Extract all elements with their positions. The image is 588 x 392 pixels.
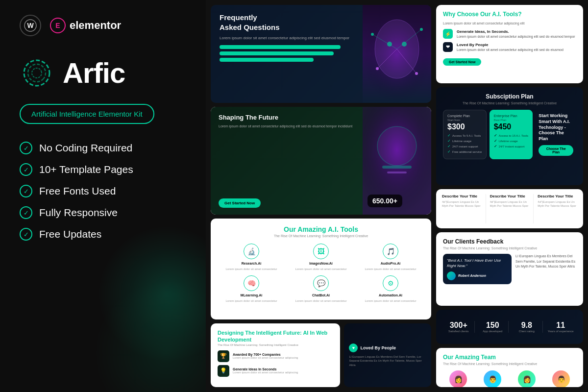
svg-point-14 (420, 28, 423, 31)
team-subtitle: The Rise Of Machine Learning: Something … (443, 362, 576, 366)
describe-col-1-title: Describe Your Title (442, 194, 482, 198)
tool-chatbot-desc: Lorem ipsum dolor sit amet consectetur (295, 299, 346, 303)
tool-research-name: Research.Ai (242, 262, 261, 265)
tool-images: 🖼 ImagesNow.Ai Lorem ipsum dolor sit ame… (288, 244, 354, 271)
why-item-1: ⚡ Generate Ideas, In Seconds. Lorem ipsu… (443, 29, 576, 39)
shaping-cta-button[interactable]: Get Started Now (219, 198, 261, 208)
sub-title: Subsciption Plan (443, 93, 576, 100)
check-icon-3: ✓ (20, 185, 32, 197)
why-card: Why Choose Our A.I. Tools? Lorem ipsum d… (436, 5, 583, 83)
stat-years-number: 11 (548, 321, 574, 330)
designing-main: Designing The Intelligent Future: AI In … (211, 323, 340, 387)
brand-section: Arfic (20, 56, 186, 90)
sub-choose-plan-button[interactable]: Choose The Plan (539, 145, 573, 156)
ai-tools-card: Our Amazing A.I. Tools The Rise Of Machi… (211, 219, 431, 319)
member-avatar-3: 👩 (518, 370, 536, 387)
left-panel: W E elementor Arfic Artificial I (0, 0, 206, 392)
tool-chatbot: 💬 ChatBot.Ai Lorem ipsum dolor sit amet … (288, 275, 354, 303)
team-card: Our Amazing Team The Rise Of Machine Lea… (436, 348, 583, 387)
images-icon: 🖼 (313, 244, 329, 259)
tool-chatbot-name: ChatBot.Ai (312, 294, 330, 297)
shaping-card: Shaping The Future Lorem ipsum dolor sit… (211, 107, 431, 215)
svg-point-16 (415, 72, 418, 75)
why-item-2: ❤ Loved By People Lorem ipsum dolor sit … (443, 42, 576, 52)
svg-point-13 (371, 33, 374, 36)
mlearning-icon: 🧠 (244, 275, 259, 291)
tool-images-name: ImagesNow.Ai (309, 262, 333, 265)
tool-automation-name: Automation.Ai (379, 294, 402, 297)
design-features-list: 🏆 Awarded By 700+ Companies Lorem ipsum … (218, 350, 333, 377)
subscription-card: Subsciption Plan The Rise Of Machine Lea… (436, 87, 583, 185)
team-grid: 👩 Robert Marion Doe CEO & Founder f t in… (443, 370, 576, 387)
feature-label-5: Free Updates (39, 228, 101, 240)
shaping-title: Shaping The Future (219, 114, 355, 122)
generate-text-block: Generate Ideas In Seconds Lorem ipsum do… (233, 368, 298, 374)
sub-subtitle: The Rise Of Machine Learning: Something … (443, 101, 576, 105)
feedback-quote-text: "Best A.I. Tool I Have Ever Use Right No… (447, 258, 508, 269)
generate-label: Generate Ideas In Seconds (233, 368, 298, 371)
sub-plan-complete-from: Start from (447, 119, 482, 122)
why-item-2-desc: Lorem ipsum dolor sit amet consectetur a… (457, 48, 564, 51)
team-title-accent: Team (481, 354, 496, 361)
describe-col-3: Describe Your Title 4d"|Europam Linguas … (538, 194, 577, 223)
elementor-logo: E elementor (50, 18, 121, 33)
tools-grid: 🔬 Research.Ai Lorem ipsum dolor sit amet… (219, 244, 423, 303)
stats-card: 300+ Satisfied clients 150 App developed… (436, 310, 583, 344)
tool-automation: ⚙ Automation.Ai Lorem ipsum dolor sit am… (358, 275, 423, 303)
feedback-quote-card: "Best A.I. Tool I Have Ever Use Right No… (443, 254, 512, 284)
sub-plans: Complete Plan Start from $300 ✓Access To… (443, 110, 576, 159)
left-content: W E elementor Arfic Artificial I (20, 15, 186, 241)
svg-text:W: W (27, 22, 34, 29)
automation-icon: ⚙ (383, 275, 398, 291)
why-item-1-title: Generate Ideas, In Seconds. (457, 29, 575, 34)
brand-logo-icon (20, 56, 54, 90)
shaping-title-block: Shaping The Future Lorem ipsum dolor sit… (219, 114, 355, 128)
stat-rating-number: 9.8 (514, 321, 540, 330)
faq-image (363, 5, 431, 103)
brand-name: Arfic (63, 59, 125, 87)
why-title: Why Choose Our A.I. Tools? (443, 11, 576, 18)
team-member-2: 👨 Aliop Matropoulo AI Specialist f t in (477, 370, 508, 387)
author-name: Robert Anderson (458, 273, 486, 278)
ai-tools-subtitle: The Rise Of Machine Learning: Something … (219, 234, 423, 238)
why-cta-button[interactable]: Get Started Now (443, 58, 481, 66)
designing-section: Designing The Intelligent Future: AI In … (211, 323, 431, 387)
elementor-label: elementor (70, 19, 121, 32)
sub-plan-cta-text: Start Working Smart With A.I. Technology… (539, 113, 573, 142)
ai-tools-title-prefix: Our Amazing (284, 225, 328, 233)
ai-tools-title-accent: A.I. Tools (328, 225, 358, 233)
member-avatar-1: 👩 (449, 370, 467, 387)
why-desc: Lorem ipsum dolor sit amet consectetur a… (443, 22, 576, 25)
stat-clients-number: 300+ (445, 321, 472, 330)
why-title-prefix: Why Choose Our (443, 11, 492, 18)
why-icon-1: ⚡ (443, 29, 453, 39)
stat-years: 11 Years of experience (545, 321, 577, 333)
tool-mlearning-desc: Lorem ipsum dolor sit amet consectetur (225, 299, 277, 303)
shaping-text: Lorem ipsum dolor sit amet consectetur a… (219, 124, 355, 129)
check-icon-1: ✓ (20, 142, 32, 154)
tool-automation-desc: Lorem ipsum dolor sit amet consectetur (365, 299, 416, 303)
stat-rating-label: Client rating (514, 330, 540, 333)
why-item-1-desc: Lorem ipsum dolor sit amet consectetur a… (457, 35, 575, 38)
stat-rating: 9.8 Client rating (511, 321, 543, 333)
right-panel: FrequentlyAsked Questions Lorem ipsum do… (206, 0, 588, 392)
glow-orb-1 (88, 274, 206, 392)
elementor-icon: E (50, 18, 66, 33)
loved-heart-icon: ♥ (349, 343, 358, 352)
tool-audio-name: AudioPro.Ai (381, 262, 400, 265)
why-text-2: Loved By People Lorem ipsum dolor sit am… (457, 42, 564, 52)
center-column: FrequentlyAsked Questions Lorem ipsum do… (211, 5, 431, 387)
generate-desc: Lorem ipsum dolor sit amet consectetur a… (233, 371, 298, 374)
feature-label-2: 10+ Template Pages (39, 164, 133, 175)
feature-no-coding: ✓ No Coding Required (20, 142, 186, 154)
why-item-2-title: Loved By People (457, 42, 564, 48)
svg-point-8 (402, 42, 407, 47)
svg-rect-20 (387, 172, 407, 173)
sub-enterprise-feat-3: ✓24/7 instant support (494, 144, 529, 148)
feedback-author: Robert Anderson (447, 271, 508, 280)
sub-plan-enterprise-best: Best Plan (494, 119, 529, 122)
check-icon-2: ✓ (20, 163, 32, 176)
feedback-card: Our Clients Feedback The Rise Of Machine… (436, 232, 583, 306)
sub-plan-enterprise-name: Enterprise Plan (494, 114, 529, 118)
top-logos: W E elementor (20, 15, 186, 36)
